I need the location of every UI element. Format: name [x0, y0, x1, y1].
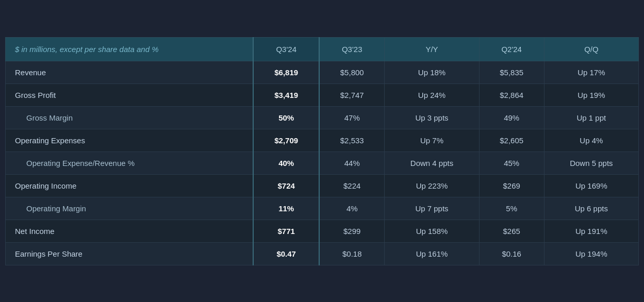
cell-q323: $5,800 — [319, 61, 385, 83]
cell-q324: $3,419 — [253, 83, 319, 106]
table-row: Gross Profit$3,419$2,747Up 24%$2,864Up 1… — [6, 83, 639, 106]
cell-q224: $5,835 — [479, 61, 544, 83]
header-q224: Q2'24 — [479, 37, 544, 61]
cell-q323: $224 — [319, 174, 385, 197]
cell-q324: $0.47 — [253, 242, 319, 265]
financial-table: $ in millions, except per share data and… — [5, 37, 639, 265]
cell-q324: 40% — [253, 152, 319, 174]
cell-qq: Up 19% — [544, 83, 638, 106]
cell-q323: $299 — [319, 220, 385, 242]
table-container: $ in millions, except per share data and… — [0, 0, 644, 302]
cell-label: Gross Profit — [6, 83, 254, 106]
cell-q324: $6,819 — [253, 61, 319, 83]
cell-yy: Up 24% — [385, 83, 479, 106]
table-row: Operating Margin11%4%Up 7 ppts5%Up 6 ppt… — [6, 197, 639, 220]
cell-label: Revenue — [6, 61, 254, 83]
cell-q224: $269 — [479, 174, 544, 197]
cell-yy: Up 158% — [385, 220, 479, 242]
cell-label: Earnings Per Share — [6, 242, 254, 265]
header-row: $ in millions, except per share data and… — [6, 37, 639, 61]
cell-label: Operating Margin — [6, 197, 254, 220]
cell-qq: Up 194% — [544, 242, 638, 265]
cell-qq: Up 17% — [544, 61, 638, 83]
cell-qq: Up 169% — [544, 174, 638, 197]
cell-yy: Up 3 ppts — [385, 106, 479, 129]
table-row: Earnings Per Share$0.47$0.18Up 161%$0.16… — [6, 242, 639, 265]
cell-q224: $0.16 — [479, 242, 544, 265]
cell-q324: $2,709 — [253, 129, 319, 152]
cell-q323: 47% — [319, 106, 385, 129]
cell-q323: $2,747 — [319, 83, 385, 106]
cell-q224: $265 — [479, 220, 544, 242]
cell-label: Operating Income — [6, 174, 254, 197]
cell-yy: Down 4 ppts — [385, 152, 479, 174]
cell-qq: Up 6 ppts — [544, 197, 638, 220]
cell-yy: Up 18% — [385, 61, 479, 83]
header-description: $ in millions, except per share data and… — [6, 37, 254, 61]
cell-label: Operating Expense/Revenue % — [6, 152, 254, 174]
cell-qq: Down 5 ppts — [544, 152, 638, 174]
cell-yy: Up 7 ppts — [385, 197, 479, 220]
cell-q324: $724 — [253, 174, 319, 197]
cell-q324: 50% — [253, 106, 319, 129]
cell-yy: Up 161% — [385, 242, 479, 265]
cell-q224: 5% — [479, 197, 544, 220]
table-row: Operating Income$724$224Up 223%$269Up 16… — [6, 174, 639, 197]
table-row: Net Income$771$299Up 158%$265Up 191% — [6, 220, 639, 242]
cell-label: Gross Margin — [6, 106, 254, 129]
cell-q224: $2,605 — [479, 129, 544, 152]
cell-label: Operating Expenses — [6, 129, 254, 152]
cell-q224: 45% — [479, 152, 544, 174]
cell-q224: 49% — [479, 106, 544, 129]
cell-q224: $2,864 — [479, 83, 544, 106]
cell-qq: Up 4% — [544, 129, 638, 152]
cell-q323: $0.18 — [319, 242, 385, 265]
cell-yy: Up 7% — [385, 129, 479, 152]
cell-q324: 11% — [253, 197, 319, 220]
header-q324: Q3'24 — [253, 37, 319, 61]
cell-q324: $771 — [253, 220, 319, 242]
table-row: Revenue$6,819$5,800Up 18%$5,835Up 17% — [6, 61, 639, 83]
cell-q323: 4% — [319, 197, 385, 220]
header-yy: Y/Y — [385, 37, 479, 61]
table-row: Operating Expenses$2,709$2,533Up 7%$2,60… — [6, 129, 639, 152]
cell-yy: Up 223% — [385, 174, 479, 197]
cell-q323: $2,533 — [319, 129, 385, 152]
header-qq: Q/Q — [544, 37, 638, 61]
table-row: Gross Margin50%47%Up 3 ppts49%Up 1 ppt — [6, 106, 639, 129]
cell-qq: Up 191% — [544, 220, 638, 242]
header-q323: Q3'23 — [319, 37, 385, 61]
cell-q323: 44% — [319, 152, 385, 174]
cell-qq: Up 1 ppt — [544, 106, 638, 129]
cell-label: Net Income — [6, 220, 254, 242]
table-row: Operating Expense/Revenue %40%44%Down 4 … — [6, 152, 639, 174]
